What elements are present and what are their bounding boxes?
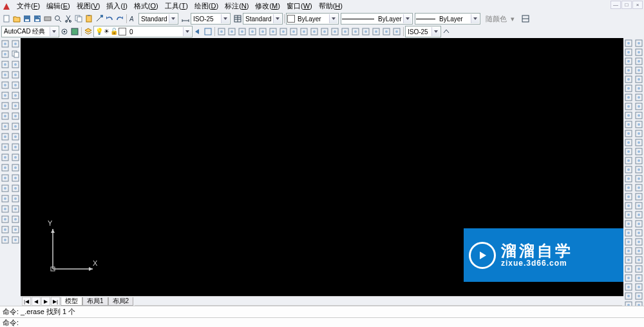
dim2-a-icon[interactable] bbox=[634, 238, 643, 246]
perp-icon[interactable] bbox=[624, 175, 633, 183]
ellipse-arc-icon[interactable] bbox=[1, 143, 10, 152]
menu-item-6[interactable]: 绘图(D) bbox=[192, 1, 221, 12]
tracking-icon[interactable] bbox=[624, 84, 633, 92]
dim-arc-icon[interactable] bbox=[634, 57, 643, 65]
paste-icon[interactable] bbox=[84, 14, 93, 23]
dim-center-icon[interactable] bbox=[634, 166, 643, 173]
pline-icon[interactable] bbox=[1, 60, 10, 69]
extend-icon[interactable] bbox=[11, 143, 20, 152]
layer-combo[interactable]: 💡 ☀ 🔓 0 bbox=[93, 26, 193, 37]
layer-states-icon[interactable] bbox=[204, 27, 213, 36]
new-icon[interactable] bbox=[2, 14, 11, 23]
dim-dia-icon[interactable] bbox=[634, 94, 643, 101]
point-icon[interactable] bbox=[1, 173, 10, 183]
editpl-icon[interactable] bbox=[11, 215, 20, 224]
linear-icon[interactable] bbox=[217, 27, 226, 36]
menu-item-3[interactable]: 插入(I) bbox=[104, 1, 129, 12]
command-input[interactable] bbox=[21, 318, 641, 327]
dim-jogln-icon[interactable] bbox=[634, 184, 643, 192]
menu-item-4[interactable]: 格式(O) bbox=[131, 1, 161, 12]
copy-icon[interactable] bbox=[11, 50, 20, 59]
workspace-combo[interactable]: AutoCAD 经典 bbox=[1, 26, 59, 37]
radius-icon[interactable] bbox=[258, 27, 267, 36]
tab-model[interactable]: 模型 bbox=[61, 297, 82, 306]
intersect-icon[interactable] bbox=[624, 121, 633, 128]
tab-scrollbar[interactable] bbox=[135, 297, 622, 306]
temp2-icon[interactable] bbox=[624, 247, 633, 255]
erase-icon[interactable] bbox=[11, 39, 20, 48]
baseline-icon[interactable] bbox=[310, 27, 319, 36]
temp3-icon[interactable] bbox=[624, 256, 633, 264]
gradient-icon[interactable] bbox=[1, 194, 10, 203]
dim-ang-icon[interactable] bbox=[634, 103, 643, 110]
insert-icon[interactable] bbox=[624, 202, 633, 210]
dim-update-icon[interactable] bbox=[634, 211, 643, 219]
menu-item-2[interactable]: 视图(V) bbox=[74, 1, 103, 12]
plot-icon[interactable] bbox=[43, 14, 52, 23]
temp4-icon[interactable] bbox=[624, 265, 633, 273]
arc-icon[interactable] bbox=[238, 27, 247, 36]
menu-item-10[interactable]: 帮助(H) bbox=[316, 1, 345, 12]
table-icon[interactable] bbox=[1, 215, 10, 224]
menu-item-1[interactable]: 编辑(E) bbox=[44, 1, 73, 12]
dim-align-icon[interactable] bbox=[634, 48, 643, 56]
menu-item-7[interactable]: 标注(N) bbox=[222, 1, 251, 12]
copy-icon[interactable] bbox=[74, 14, 83, 23]
dimstyle-icon[interactable] bbox=[181, 14, 190, 23]
dim-jog-icon[interactable] bbox=[634, 84, 643, 92]
join-icon[interactable] bbox=[11, 173, 20, 183]
ellipse-icon[interactable] bbox=[1, 132, 10, 141]
leader-icon[interactable] bbox=[351, 27, 360, 36]
osnap-icon[interactable] bbox=[624, 229, 633, 237]
save-as-icon[interactable] bbox=[33, 14, 42, 23]
region-icon[interactable] bbox=[1, 204, 10, 213]
workspace-settings-icon[interactable] bbox=[60, 27, 69, 36]
nearest-icon[interactable] bbox=[624, 211, 633, 219]
linetype-combo[interactable]: ByLayer bbox=[341, 13, 413, 25]
dimstyle-icon[interactable] bbox=[392, 27, 401, 36]
dim-tedit-icon[interactable] bbox=[634, 202, 643, 210]
apparent-icon[interactable] bbox=[624, 130, 633, 137]
workspace-save-icon[interactable] bbox=[70, 27, 79, 36]
menu-item-9[interactable]: 窗口(W) bbox=[284, 1, 315, 12]
maximize-button[interactable]: □ bbox=[621, 1, 632, 9]
endpoint-icon[interactable] bbox=[624, 103, 633, 110]
rectangle-icon[interactable] bbox=[1, 81, 10, 90]
aligned-icon[interactable] bbox=[248, 27, 257, 36]
textstyle-icon[interactable]: A bbox=[129, 14, 138, 23]
from-icon[interactable] bbox=[624, 94, 633, 101]
tablestyle-icon[interactable] bbox=[233, 14, 242, 23]
tab-layout-1[interactable]: 布局1 bbox=[82, 297, 108, 306]
center-icon[interactable] bbox=[624, 148, 633, 155]
tab-nav-1[interactable]: ◀ bbox=[32, 297, 41, 306]
rotate-icon[interactable] bbox=[11, 101, 20, 110]
open-icon[interactable] bbox=[12, 14, 21, 23]
dim-style-icon[interactable] bbox=[634, 220, 643, 228]
cut-icon[interactable] bbox=[64, 14, 73, 23]
text-icon[interactable] bbox=[361, 27, 370, 36]
tol-icon[interactable] bbox=[330, 27, 339, 36]
tab-nav-3[interactable]: ▶| bbox=[51, 297, 60, 306]
undo-icon[interactable] bbox=[105, 14, 114, 23]
dim-insp-icon[interactable] bbox=[634, 175, 643, 183]
dim-update-icon[interactable] bbox=[442, 27, 451, 36]
quick-icon[interactable] bbox=[299, 27, 308, 36]
ext-icon[interactable] bbox=[624, 139, 633, 146]
midpoint-icon[interactable] bbox=[624, 112, 633, 119]
dim2-c-icon[interactable] bbox=[634, 256, 643, 264]
explode-icon[interactable] bbox=[11, 204, 20, 213]
tab-nav-2[interactable]: ▶ bbox=[41, 297, 50, 306]
save-icon[interactable] bbox=[23, 14, 32, 23]
circle-icon[interactable] bbox=[1, 101, 10, 110]
region-mass-icon[interactable] bbox=[624, 57, 633, 65]
parallel-icon[interactable] bbox=[624, 184, 633, 192]
dim-combo[interactable]: ISO-25 bbox=[405, 26, 441, 37]
none-icon[interactable] bbox=[624, 220, 633, 228]
arc-icon[interactable] bbox=[1, 91, 10, 100]
lineweight-combo[interactable]: ByLayer bbox=[415, 13, 480, 25]
stretch-icon[interactable] bbox=[11, 122, 20, 131]
dim-override-icon[interactable] bbox=[634, 229, 643, 237]
tangent-icon[interactable] bbox=[624, 166, 633, 173]
chamfer-icon[interactable] bbox=[11, 184, 20, 193]
mtext-icon[interactable] bbox=[1, 225, 10, 234]
